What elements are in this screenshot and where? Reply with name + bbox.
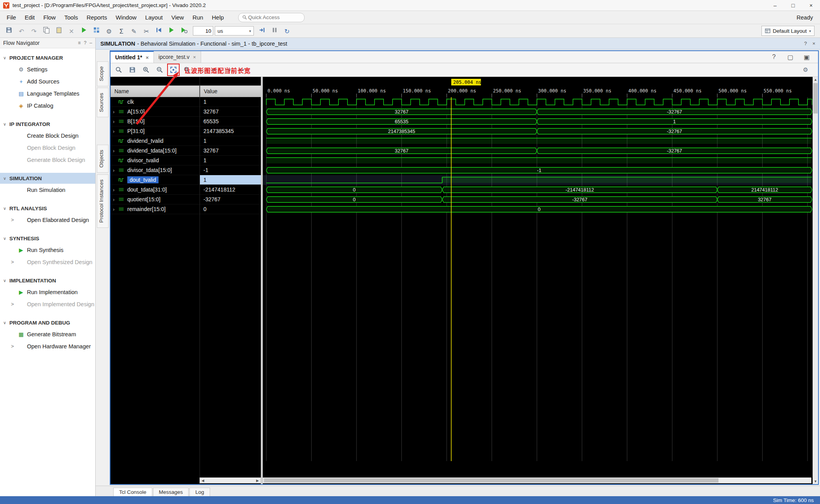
restart-icon[interactable] <box>154 25 164 35</box>
undo-icon[interactable]: ↶ <box>16 27 27 36</box>
flownav-section-title[interactable]: ∨SYNTHESIS <box>0 233 95 244</box>
signal-value-cell[interactable]: 32767 <box>200 146 261 156</box>
run-time-input[interactable] <box>193 26 213 35</box>
run-for-icon[interactable] <box>179 25 189 35</box>
minimize-button[interactable]: – <box>766 0 784 11</box>
expander-icon[interactable]: › <box>113 119 118 124</box>
find-icon[interactable] <box>114 65 124 75</box>
save-icon[interactable] <box>4 25 14 35</box>
step-icon[interactable] <box>257 25 267 35</box>
tab-close-icon[interactable]: × <box>193 54 196 60</box>
console-tab-tcl-console[interactable]: Tcl Console <box>113 488 152 496</box>
signal-row-A-15-0-[interactable]: ›A[15:0] <box>111 107 200 117</box>
flownav-section-title[interactable]: ∨IP INTEGRATOR <box>0 119 95 130</box>
menu-layout[interactable]: Layout <box>141 12 167 22</box>
menu-view[interactable]: View <box>167 12 188 22</box>
expander-icon[interactable]: > <box>11 301 17 307</box>
zoom-in-icon[interactable] <box>141 65 151 75</box>
signal-row-dividend-tvalid[interactable]: dividend_tvalid <box>111 136 200 146</box>
wave-horizontal-scrollbar[interactable] <box>263 477 811 483</box>
menu-file[interactable]: File <box>2 12 20 22</box>
signal-row-B-15-0-[interactable]: ›B[15:0] <box>111 117 200 126</box>
expander-icon[interactable]: > <box>11 259 17 265</box>
flownav-item-run-simulation[interactable]: Run Simulation <box>0 184 95 196</box>
expander-icon[interactable]: › <box>113 197 118 202</box>
name-column-header[interactable]: Name <box>111 85 200 97</box>
scroll-right-icon[interactable]: ▶ <box>255 478 260 483</box>
help-icon[interactable]: ? <box>769 52 779 62</box>
editor-tab-untitled-1-[interactable]: Untitled 1*× <box>111 51 154 63</box>
flownav-item-run-implementation[interactable]: ▶Run Implementation <box>0 286 95 298</box>
menu-window[interactable]: Window <box>111 12 141 22</box>
scroll-left-icon[interactable]: ◀ <box>200 478 206 483</box>
run-icon[interactable] <box>79 25 89 35</box>
side-tab-objects[interactable]: Objects <box>97 145 109 173</box>
flownav-item-open-elaborated-design[interactable]: >Open Elaborated Design <box>0 214 95 226</box>
menu-flow[interactable]: Flow <box>39 12 60 22</box>
layout-select[interactable]: Default Layout ▾ <box>761 26 815 36</box>
flownav-item-settings[interactable]: ⚙Settings <box>0 63 95 75</box>
float-icon[interactable]: ▢ <box>785 52 795 62</box>
cut-icon[interactable]: ✂ <box>141 27 152 36</box>
pause-icon[interactable] <box>269 25 280 35</box>
settings-icon[interactable]: ⚙ <box>104 27 114 36</box>
expander-icon[interactable]: › <box>113 206 118 212</box>
expander-icon[interactable]: › <box>113 187 118 193</box>
expander-icon[interactable]: › <box>113 109 118 115</box>
wave-vertical-scrollbar[interactable]: ▲ ▼ <box>813 77 818 484</box>
maximize-panel-icon[interactable]: ▣ <box>802 52 812 62</box>
save-wave-icon[interactable] <box>127 65 137 75</box>
signal-value-cell[interactable]: 0 <box>200 204 261 214</box>
flownav-minimize-icon[interactable]: – <box>89 40 92 46</box>
quick-access-input[interactable] <box>247 14 292 21</box>
flownav-item-generate-bitstream[interactable]: ▦Generate Bitstream <box>0 328 95 340</box>
signal-value-cell[interactable]: 1 <box>200 97 261 107</box>
flownav-section-title[interactable]: ∨IMPLEMENTATION <box>0 275 95 286</box>
relaunch-icon[interactable]: ↻ <box>282 27 292 36</box>
flownav-item-language-templates[interactable]: ▤Language Templates <box>0 87 95 99</box>
flownav-item-add-sources[interactable]: +Add Sources <box>0 75 95 87</box>
redo-icon[interactable]: ↷ <box>29 27 39 36</box>
maximize-button[interactable]: □ <box>784 0 802 11</box>
quick-access-search[interactable] <box>238 13 305 22</box>
delete-icon[interactable]: ✕ <box>66 27 77 36</box>
signal-row-divisor-tdata-15-0-[interactable]: ›divisor_tdata[15:0] <box>111 165 200 175</box>
expander-icon[interactable]: > <box>11 217 17 223</box>
flownav-item-run-synthesis[interactable]: ▶Run Synthesis <box>0 244 95 256</box>
signal-row-dividend-tdata-15-0-[interactable]: ›dividend_tdata[15:0] <box>111 146 200 156</box>
scroll-down-icon[interactable]: ▼ <box>813 479 818 484</box>
signal-value-cell[interactable]: -1 <box>200 165 261 175</box>
tab-close-icon[interactable]: × <box>146 55 149 60</box>
run-all-icon[interactable] <box>166 25 176 35</box>
flownav-help-icon[interactable]: ? <box>84 40 87 46</box>
scroll-up-icon[interactable]: ▲ <box>813 77 818 82</box>
expander-icon[interactable]: › <box>113 128 118 134</box>
zoom-fit-icon[interactable] <box>168 65 178 75</box>
editor-tab-ipcore-test-v[interactable]: ipcore_test.v× <box>154 51 201 63</box>
side-tab-protocol-instances[interactable]: Protocol Instances <box>97 174 109 228</box>
expander-icon[interactable]: > <box>11 343 17 349</box>
menu-help[interactable]: Help <box>207 12 228 22</box>
flownav-item-create-block-design[interactable]: Create Block Design <box>0 130 95 142</box>
signal-row-dout-tvalid[interactable]: dout_tvalid <box>111 175 200 185</box>
console-tab-log[interactable]: Log <box>189 488 210 496</box>
menu-run[interactable]: Run <box>188 12 208 22</box>
flownav-section-title[interactable]: ∨SIMULATION <box>0 173 95 184</box>
signal-value-cell[interactable]: 65535 <box>200 117 261 126</box>
signal-value-cell[interactable]: 1 <box>200 136 261 146</box>
signal-row-divisor-tvalid[interactable]: divisor_tvalid <box>111 156 200 165</box>
scrollbar-thumb[interactable] <box>813 83 818 114</box>
flownav-item-ip-catalog[interactable]: ◈IP Catalog <box>0 99 95 112</box>
menu-edit[interactable]: Edit <box>20 12 39 22</box>
signal-row-clk[interactable]: clk <box>111 97 200 107</box>
side-tab-scope[interactable]: Scope <box>97 61 109 86</box>
flownav-section-title[interactable]: ∨RTL ANALYSIS <box>0 203 95 214</box>
flownav-menu-icon[interactable]: ≡ <box>78 40 81 46</box>
zoom-out-icon[interactable] <box>155 65 165 75</box>
flownav-section-title[interactable]: ∨PROGRAM AND DEBUG <box>0 317 95 328</box>
value-column-header[interactable]: Value <box>200 85 261 97</box>
copy-icon[interactable] <box>41 25 52 35</box>
run-time-unit-select[interactable]: us▾ <box>215 26 254 35</box>
flownav-section-title[interactable]: ∨PROJECT MANAGER <box>0 52 95 63</box>
signal-row-remainder-15-0-[interactable]: ›remainder[15:0] <box>111 204 200 214</box>
